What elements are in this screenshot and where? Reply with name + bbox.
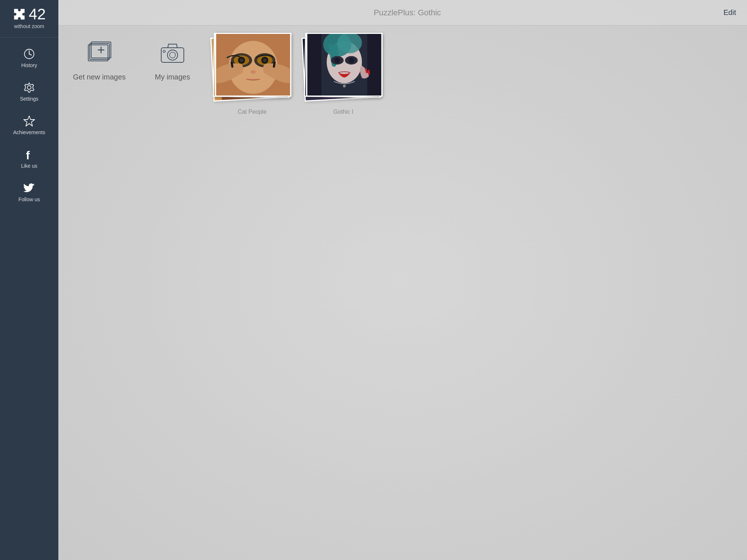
edit-button[interactable]: Edit xyxy=(724,8,736,17)
like-us-label: Like us xyxy=(21,163,37,169)
svg-point-13 xyxy=(170,52,175,58)
gallery-stacks: Cat People xyxy=(212,33,383,115)
gothic-i-stack-wrapper: Gothic I xyxy=(303,33,383,115)
settings-label: Settings xyxy=(20,96,39,102)
puzzle-count-container: 42 xyxy=(13,7,46,22)
svg-point-14 xyxy=(163,50,165,52)
header: PuzzlePlus: Gothic Edit xyxy=(58,0,747,26)
without-zoom-label: without zoom xyxy=(14,23,44,29)
sidebar-nav: History Settings Achievements xyxy=(0,38,58,560)
svg-point-35 xyxy=(334,58,340,63)
follow-us-label: Follow us xyxy=(18,197,40,202)
sidebar-item-history[interactable]: History xyxy=(0,41,58,75)
my-images-button[interactable]: My images xyxy=(155,40,190,81)
header-title: PuzzlePlus: Gothic xyxy=(91,8,724,18)
sidebar: 42 without zoom History Settings xyxy=(0,0,58,560)
gothic-i-image xyxy=(307,34,382,96)
puzzle-count: 42 xyxy=(29,7,46,22)
puzzle-icon xyxy=(13,8,26,21)
svg-point-20 xyxy=(240,59,244,62)
svg-point-37 xyxy=(343,85,346,88)
svg-line-2 xyxy=(29,54,31,55)
svg-point-36 xyxy=(349,58,354,63)
gothic-photo-front xyxy=(306,33,383,97)
svg-point-27 xyxy=(250,70,256,74)
facebook-icon: f xyxy=(23,148,35,161)
cat-people-stack[interactable] xyxy=(212,33,292,106)
get-new-images-label: Get new images xyxy=(73,73,126,81)
action-buttons: Get new images xyxy=(73,33,190,81)
gothic-i-stack[interactable] xyxy=(303,33,383,106)
gothic-i-label: Gothic I xyxy=(333,109,353,115)
camera-icon xyxy=(160,42,185,64)
gear-icon xyxy=(23,81,35,94)
sidebar-item-like[interactable]: f Like us xyxy=(0,142,58,175)
svg-marker-4 xyxy=(24,116,35,126)
achievements-label: Achievements xyxy=(13,129,45,135)
sidebar-item-follow[interactable]: Follow us xyxy=(0,175,58,209)
get-new-images-button[interactable]: Get new images xyxy=(73,40,126,81)
cat-people-stack-wrapper: Cat People xyxy=(212,33,292,115)
add-images-icon xyxy=(86,41,112,65)
svg-rect-7 xyxy=(90,43,109,59)
gallery-area: Get new images xyxy=(58,26,747,122)
app-container: 42 without zoom History Settings xyxy=(0,0,747,560)
history-label: History xyxy=(21,62,37,68)
sidebar-header: 42 without zoom xyxy=(0,0,58,38)
my-images-icon-box xyxy=(158,40,187,66)
svg-point-24 xyxy=(263,59,267,62)
cat-people-label: Cat People xyxy=(238,109,267,115)
svg-point-3 xyxy=(27,86,31,89)
get-new-images-icon-box xyxy=(85,40,114,66)
sidebar-item-achievements[interactable]: Achievements xyxy=(0,108,58,142)
twitter-icon xyxy=(23,182,35,194)
cat-people-image xyxy=(216,34,290,96)
svg-text:f: f xyxy=(26,149,30,161)
svg-point-12 xyxy=(167,50,178,60)
cat-people-photo-front xyxy=(215,33,291,97)
main-content: PuzzlePlus: Gothic Edit xyxy=(58,0,747,560)
clock-icon xyxy=(23,48,35,60)
my-images-label: My images xyxy=(155,73,190,81)
sidebar-item-settings[interactable]: Settings xyxy=(0,75,58,108)
star-icon xyxy=(23,115,35,127)
